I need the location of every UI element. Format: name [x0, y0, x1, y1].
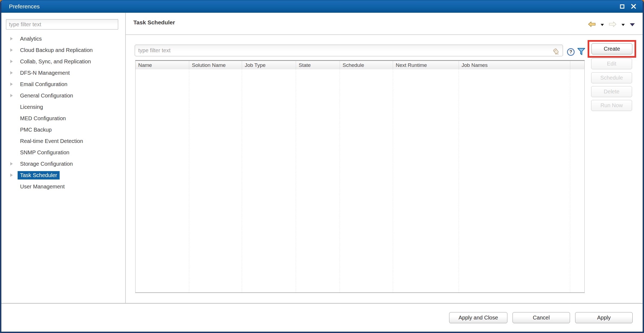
filter-funnel-icon[interactable]	[577, 48, 585, 57]
table-body-empty[interactable]	[136, 69, 584, 292]
sidebar-item-pmc-backup[interactable]: PMC Backup	[1, 124, 125, 135]
expand-arrow-icon[interactable]	[10, 37, 13, 40]
column-header-schedule[interactable]: Schedule	[340, 61, 393, 69]
preferences-tree: Analytics Cloud Backup and Replication C…	[1, 33, 125, 192]
maximize-icon[interactable]	[620, 4, 624, 9]
window-title: Preferences	[9, 3, 40, 10]
page-title: Task Scheduler	[133, 19, 175, 26]
expand-arrow-icon[interactable]	[10, 83, 13, 86]
table-header-row: Name Solution Name Job Type State Schedu…	[136, 61, 584, 69]
dialog-body: Analytics Cloud Backup and Replication C…	[1, 13, 643, 303]
back-history-dropdown-icon[interactable]	[601, 24, 604, 26]
expand-arrow-icon[interactable]	[10, 71, 13, 74]
column-header-name[interactable]: Name	[136, 61, 189, 69]
column-header-spacer	[570, 61, 584, 69]
column-header-job-names[interactable]: Job Names	[459, 61, 570, 69]
header-divider	[126, 34, 643, 35]
cancel-button[interactable]: Cancel	[513, 312, 570, 323]
sidebar-item-user-management[interactable]: User Management	[1, 181, 125, 192]
schedule-button[interactable]: Schedule	[591, 72, 632, 83]
sidebar-item-task-scheduler[interactable]: Task Scheduler	[1, 169, 125, 181]
delete-button[interactable]: Delete	[591, 86, 632, 97]
expand-arrow-icon[interactable]	[10, 48, 13, 52]
sidebar-item-snmp-configuration[interactable]: SNMP Configuration	[1, 147, 125, 158]
sidebar-item-analytics[interactable]: Analytics	[1, 33, 125, 44]
sidebar-filter-input[interactable]	[6, 19, 118, 30]
sidebar-item-storage-configuration[interactable]: Storage Configuration	[1, 158, 125, 169]
view-menu-icon[interactable]	[630, 23, 635, 26]
column-header-job-type[interactable]: Job Type	[242, 61, 296, 69]
column-header-next-runtime[interactable]: Next Runtime	[393, 61, 459, 69]
expand-arrow-icon[interactable]	[10, 162, 13, 165]
header-navigation	[588, 21, 635, 28]
sidebar-item-licensing[interactable]: Licensing	[1, 101, 125, 113]
run-now-button[interactable]: Run Now	[591, 100, 632, 111]
expand-arrow-icon[interactable]	[10, 60, 13, 63]
edit-button[interactable]: Edit	[591, 58, 632, 69]
create-button-highlight: Create	[588, 40, 636, 58]
forward-arrow-icon[interactable]	[609, 21, 616, 28]
back-arrow-icon[interactable]	[588, 21, 595, 28]
sidebar-item-cloud-backup-and-replication[interactable]: Cloud Backup and Replication	[1, 44, 125, 56]
task-filter-input[interactable]	[135, 45, 563, 56]
window-controls	[620, 4, 636, 9]
title-bar: Preferences	[1, 0, 643, 13]
forward-history-dropdown-icon[interactable]	[622, 24, 625, 26]
clear-filter-eraser-icon[interactable]	[551, 47, 560, 56]
close-icon[interactable]	[631, 4, 636, 9]
expand-arrow-icon[interactable]	[10, 174, 13, 177]
apply-button[interactable]: Apply	[575, 312, 633, 323]
sidebar-item-real-time-event-detection[interactable]: Real-time Event Detection	[1, 135, 125, 147]
dialog-footer: Apply and Close Cancel Apply	[1, 304, 643, 332]
sidebar-item-med-configuration[interactable]: MED Configuration	[1, 113, 125, 124]
task-scheduler-panel: Task Scheduler	[126, 13, 643, 303]
tasks-table: Name Solution Name Job Type State Schedu…	[135, 60, 585, 293]
sidebar-item-general-configuration[interactable]: General Configuration	[1, 90, 125, 101]
sidebar-item-dfs-n-management[interactable]: DFS-N Management	[1, 67, 125, 79]
help-icon[interactable]: ?	[567, 48, 575, 56]
column-header-state[interactable]: State	[296, 61, 340, 69]
sidebar-item-collab-sync-and-replication[interactable]: Collab, Sync, and Replication	[1, 56, 125, 67]
expand-arrow-icon[interactable]	[10, 94, 13, 97]
create-button[interactable]: Create	[591, 43, 632, 54]
column-header-solution-name[interactable]: Solution Name	[189, 61, 242, 69]
apply-and-close-button[interactable]: Apply and Close	[449, 312, 507, 323]
sidebar: Analytics Cloud Backup and Replication C…	[1, 13, 125, 303]
sidebar-item-email-configuration[interactable]: Email Configuration	[1, 79, 125, 90]
preferences-dialog: Preferences Analytics Cloud Backup and R	[0, 0, 644, 333]
